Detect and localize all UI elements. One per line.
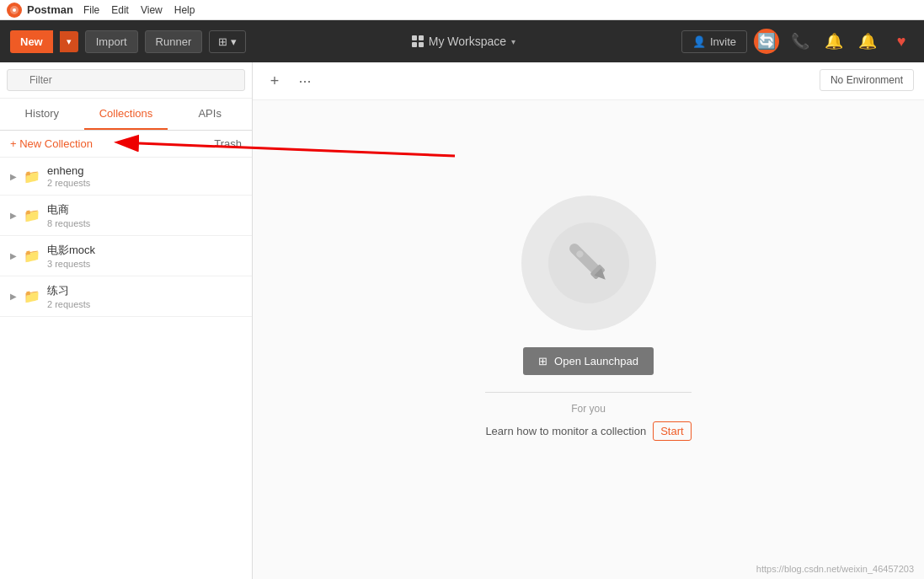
collection-name: enheng <box>47 164 242 177</box>
sidebar-filter-area: 🔍 <box>0 62 252 99</box>
file-menu[interactable]: File <box>83 4 99 16</box>
collection-count: 3 requests <box>47 259 242 269</box>
more-options-button[interactable]: ··· <box>293 69 317 93</box>
header-actions: 🔄 📞 🔔 🔔 ♥ <box>754 29 914 54</box>
no-environment-button[interactable]: No Environment <box>820 69 914 91</box>
center-content: ⊞ Open Launchpad For you Learn how to mo… <box>253 100 924 579</box>
chevron-right-icon: ▶ <box>10 172 19 181</box>
workspace-chevron-icon: ▾ <box>511 37 515 46</box>
app-logo: Postman <box>7 3 73 18</box>
for-you-section: For you Learn how to monitor a collectio… <box>485 392 691 451</box>
collection-name: 电影mock <box>47 243 242 258</box>
for-you-label: For you <box>485 403 691 415</box>
notifications-button[interactable]: 🔔 <box>821 29 847 54</box>
workspace-grid-icon <box>412 35 424 47</box>
collection-name: 电商 <box>47 202 242 217</box>
heart-button[interactable]: ♥ <box>889 29 914 54</box>
invite-button[interactable]: 👤 Invite <box>681 30 747 53</box>
chevron-right-icon: ▶ <box>10 251 19 260</box>
collection-info: 电影mock 3 requests <box>47 243 242 269</box>
collection-count: 8 requests <box>47 218 242 228</box>
new-collection-button[interactable]: + New Collection <box>10 137 93 150</box>
app-title: Postman <box>27 3 73 16</box>
svg-point-1 <box>13 8 16 12</box>
main-layout: 🔍 History Collections APIs + New Collect… <box>0 62 924 579</box>
open-launchpad-button[interactable]: ⊞ Open Launchpad <box>523 347 654 375</box>
sidebar-tabs: History Collections APIs <box>0 99 252 131</box>
invite-person-icon: 👤 <box>692 35 706 48</box>
logo-icon <box>7 3 22 18</box>
for-you-row: Learn how to monitor a collection Start <box>485 421 691 451</box>
workspace-button[interactable]: My Workspace ▾ <box>412 35 515 48</box>
collection-count: 2 requests <box>47 299 242 309</box>
folder-icon: 📁 <box>24 207 40 223</box>
new-dropdown-button[interactable]: ▾ <box>60 31 78 52</box>
sidebar-actions: + New Collection Trash <box>0 131 252 158</box>
add-tab-button[interactable]: + <box>263 69 286 93</box>
import-button[interactable]: Import <box>85 30 138 53</box>
tab-collections[interactable]: Collections <box>84 99 168 130</box>
filter-input[interactable] <box>7 69 245 91</box>
footer-url: https://blog.csdn.net/weixin_46457203 <box>756 564 914 574</box>
sync-button[interactable]: 🔄 <box>754 29 779 54</box>
workspace-label: My Workspace <box>429 35 506 48</box>
workspace-center: My Workspace ▾ <box>253 35 675 48</box>
postman-rocket-graphic <box>521 196 656 330</box>
collections-list: ▶ 📁 enheng 2 requests ▶ 📁 电商 8 requests … <box>0 158 252 579</box>
collection-item[interactable]: ▶ 📁 电影mock 3 requests <box>0 236 252 276</box>
chevron-right-icon: ▶ <box>10 211 19 220</box>
filter-wrapper: 🔍 <box>7 69 245 91</box>
collection-info: enheng 2 requests <box>47 164 242 188</box>
header-toolbar: New ▾ Import Runner ⊞ ▾ My Workspace ▾ 👤… <box>0 20 924 62</box>
collection-item[interactable]: ▶ 📁 练习 2 requests <box>0 276 252 317</box>
sidebar: 🔍 History Collections APIs + New Collect… <box>0 62 253 579</box>
phone-button[interactable]: 📞 <box>788 29 813 54</box>
collection-info: 练习 2 requests <box>47 283 242 309</box>
layout-button[interactable]: ⊞ ▾ <box>209 30 246 53</box>
edit-menu[interactable]: Edit <box>111 4 129 16</box>
collection-info: 电商 8 requests <box>47 202 242 228</box>
collection-name: 练习 <box>47 283 242 298</box>
collection-item[interactable]: ▶ 📁 enheng 2 requests <box>0 158 252 196</box>
help-menu[interactable]: Help <box>174 4 195 16</box>
start-button[interactable]: Start <box>653 421 691 441</box>
launchpad-icon: ⊞ <box>538 355 547 367</box>
invite-label: Invite <box>710 35 736 48</box>
runner-button[interactable]: Runner <box>145 30 203 53</box>
trash-button[interactable]: Trash <box>214 137 242 150</box>
main-content: + ··· No Environment ⊞ Ope <box>253 62 924 579</box>
alerts-button[interactable]: 🔔 <box>855 29 880 54</box>
collection-count: 2 requests <box>47 178 242 188</box>
rocket-svg <box>547 221 631 305</box>
tab-apis[interactable]: APIs <box>168 99 252 130</box>
view-menu[interactable]: View <box>141 4 163 16</box>
monitor-text: Learn how to monitor a collection <box>485 425 646 437</box>
menu-bar: Postman File Edit View Help <box>0 0 924 20</box>
collection-item[interactable]: ▶ 📁 电商 8 requests <box>0 196 252 236</box>
chevron-right-icon: ▶ <box>10 292 19 301</box>
menu-items: File Edit View Help <box>83 4 195 16</box>
new-button[interactable]: New <box>10 30 53 53</box>
folder-icon: 📁 <box>24 169 40 185</box>
tab-history[interactable]: History <box>0 99 84 130</box>
folder-icon: 📁 <box>24 248 40 264</box>
folder-icon: 📁 <box>24 288 40 304</box>
